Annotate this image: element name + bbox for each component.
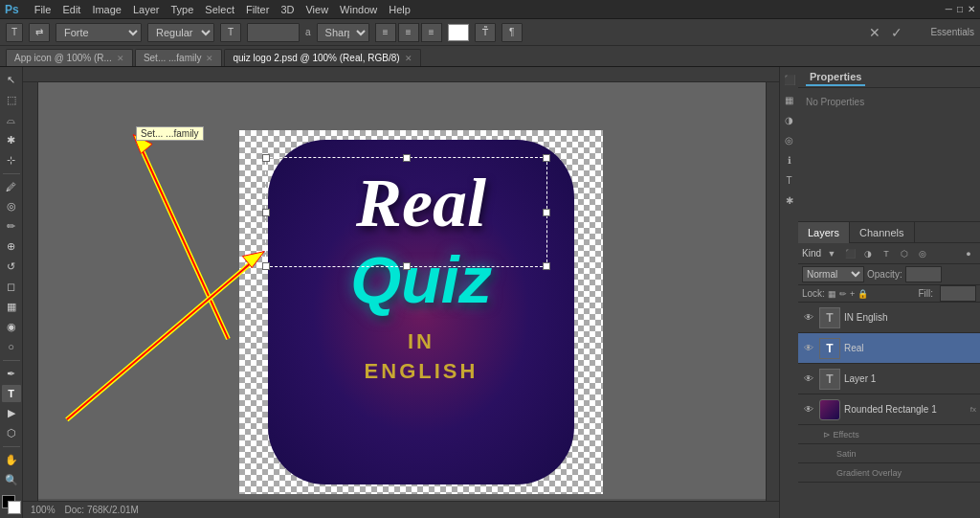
menu-help[interactable]: Help xyxy=(389,4,411,15)
v-scrollbar[interactable] xyxy=(766,82,779,505)
layer-vis-rrect[interactable]: 👁 xyxy=(802,403,815,417)
tool-gradient[interactable]: ▦ xyxy=(2,298,21,316)
filter-pixel-icon[interactable]: ⬛ xyxy=(842,246,858,261)
warp-text-btn[interactable]: T̃ xyxy=(475,23,496,42)
menu-window[interactable]: Window xyxy=(340,4,377,15)
tab-quiz-logo[interactable]: quiz logo 2.psd @ 100% (Real, RGB/8) ✕ xyxy=(224,49,420,66)
channels-tab[interactable]: Channels xyxy=(850,222,914,243)
confirm-btn[interactable]: ✓ xyxy=(888,25,905,40)
align-center-btn[interactable]: ≡ xyxy=(398,23,419,42)
canvas-content[interactable]: Real Quiz IN ENGLISH xyxy=(38,82,779,499)
r-icon-swatches[interactable]: ▦ xyxy=(781,91,798,108)
r-icon-info[interactable]: ℹ xyxy=(781,151,798,169)
font-size-input[interactable]: 121.5 pt xyxy=(247,23,300,42)
lock-transparent[interactable]: ▦ xyxy=(828,289,836,299)
tool-eyedropper[interactable]: 🖉 xyxy=(2,177,21,195)
align-left-btn[interactable]: ≡ xyxy=(375,23,396,42)
tool-hand[interactable]: ✋ xyxy=(2,451,21,469)
tab-close-2[interactable]: ✕ xyxy=(405,54,412,63)
r-icon-history[interactable]: ⬛ xyxy=(781,71,798,88)
filter-type-icon[interactable]: T xyxy=(879,246,894,261)
lock-position[interactable]: + xyxy=(850,289,855,299)
tool-text[interactable]: T xyxy=(2,385,21,403)
window-maximize[interactable]: □ xyxy=(957,4,963,14)
tool-zoom[interactable]: 🔍 xyxy=(2,471,21,489)
r-icon-adjustments[interactable]: ◑ xyxy=(781,111,798,128)
layer-item-rrect[interactable]: 👁 Rounded Rectangle 1 fx xyxy=(798,394,980,425)
layer-thumb-layer1: T xyxy=(819,369,840,390)
layers-filter-row: Kind ▼ ⬛ ◑ T ⬡ ◎ ● xyxy=(798,243,980,264)
tool-move[interactable]: ↖ xyxy=(2,71,21,89)
tool-preset-btn[interactable]: T xyxy=(6,23,23,42)
menu-select[interactable]: Select xyxy=(205,4,234,15)
canvas-area[interactable]: Real Quiz IN ENGLISH xyxy=(23,67,779,518)
menu-edit[interactable]: Edit xyxy=(62,4,80,15)
tab-set-family[interactable]: Set... ...family ✕ xyxy=(135,49,223,66)
effect-satin[interactable]: Satin xyxy=(798,444,980,463)
cancel-btn[interactable]: ✕ xyxy=(866,25,883,40)
menu-view[interactable]: View xyxy=(305,4,328,15)
tool-path-select[interactable]: ▶ xyxy=(2,404,21,422)
filter-kind-icon[interactable]: ▼ xyxy=(824,246,839,261)
background-color[interactable] xyxy=(8,501,21,514)
tool-shape[interactable]: ⬡ xyxy=(2,424,21,442)
tab-close-0[interactable]: ✕ xyxy=(117,54,124,63)
blend-mode-select[interactable]: Normal xyxy=(802,266,864,282)
real-text: Real xyxy=(356,169,486,237)
window-close[interactable]: ✕ xyxy=(968,4,975,14)
opacity-input[interactable]: 100% xyxy=(905,266,942,282)
tool-quick-select[interactable]: ✱ xyxy=(2,131,21,149)
tab-app-icon[interactable]: App icon @ 100% (R... ✕ xyxy=(6,49,133,66)
tool-lasso[interactable]: ⌓ xyxy=(2,111,21,129)
tool-pen[interactable]: ✒ xyxy=(2,365,21,383)
menu-image[interactable]: Image xyxy=(92,4,122,15)
tool-dodge[interactable]: ○ xyxy=(2,338,21,356)
menu-file[interactable]: File xyxy=(34,4,52,15)
layer-fx-badge: fx xyxy=(970,405,976,414)
window-minimize[interactable]: ─ xyxy=(946,4,952,14)
tool-blur[interactable]: ◉ xyxy=(2,318,21,336)
essentials-label: Essentials xyxy=(930,27,974,37)
font-family-select[interactable]: Forte xyxy=(56,23,142,42)
filter-adj-icon[interactable]: ◑ xyxy=(860,246,876,261)
menu-3d[interactable]: 3D xyxy=(280,4,294,15)
menu-type[interactable]: Type xyxy=(171,4,194,15)
effects-header: ⊳ Effects xyxy=(798,425,980,444)
layer-vis-real[interactable]: 👁 xyxy=(802,342,815,355)
filter-toggle[interactable]: ● xyxy=(961,246,976,261)
layer-vis-in-english[interactable]: 👁 xyxy=(802,311,815,325)
tool-history-brush[interactable]: ↺ xyxy=(2,258,21,276)
tool-spot-heal[interactable]: ◎ xyxy=(2,197,21,215)
tool-rect-marquee[interactable]: ⬚ xyxy=(2,91,21,109)
anti-alias-select[interactable]: Sharp xyxy=(317,23,369,42)
align-right-btn[interactable]: ≡ xyxy=(421,23,442,42)
text-orient-btn[interactable]: ⇄ xyxy=(29,23,50,42)
layer-item-in-english[interactable]: 👁 T IN English xyxy=(798,303,980,333)
menu-layer[interactable]: Layer xyxy=(133,4,160,15)
effect-gradient-overlay[interactable]: Gradient Overlay xyxy=(798,463,980,483)
font-style-select[interactable]: Regular xyxy=(147,23,214,42)
filter-smart-icon[interactable]: ◎ xyxy=(915,246,930,261)
lock-all[interactable]: 🔒 xyxy=(858,289,868,299)
tool-clone[interactable]: ⊕ xyxy=(2,237,21,256)
tab-close-1[interactable]: ✕ xyxy=(206,54,213,63)
lock-image[interactable]: ✏ xyxy=(839,289,847,299)
properties-tab[interactable]: Properties xyxy=(806,69,865,86)
char-panel-btn[interactable]: ¶ xyxy=(501,23,523,42)
layers-tab[interactable]: Layers xyxy=(798,222,850,243)
r-icon-tools[interactable]: ✱ xyxy=(781,191,798,209)
tool-eraser[interactable]: ◻ xyxy=(2,278,21,296)
layer-item-real[interactable]: 👁 T Real xyxy=(798,333,980,364)
tool-crop[interactable]: ⊹ xyxy=(2,151,21,169)
r-icon-styles[interactable]: ◎ xyxy=(781,131,798,148)
layer-vis-layer1[interactable]: 👁 xyxy=(802,372,815,386)
foreground-bg-colors[interactable] xyxy=(2,495,21,514)
filter-shape-icon[interactable]: ⬡ xyxy=(897,246,912,261)
text-color-swatch[interactable] xyxy=(448,24,469,41)
layer-item-layer1[interactable]: 👁 T Layer 1 xyxy=(798,364,980,394)
tool-brush[interactable]: ✏ xyxy=(2,217,21,236)
menu-filter[interactable]: Filter xyxy=(246,4,269,15)
r-icon-text[interactable]: T xyxy=(781,171,798,189)
fill-input[interactable]: 100% xyxy=(940,285,976,302)
opacity-label: Opacity: xyxy=(867,269,902,280)
